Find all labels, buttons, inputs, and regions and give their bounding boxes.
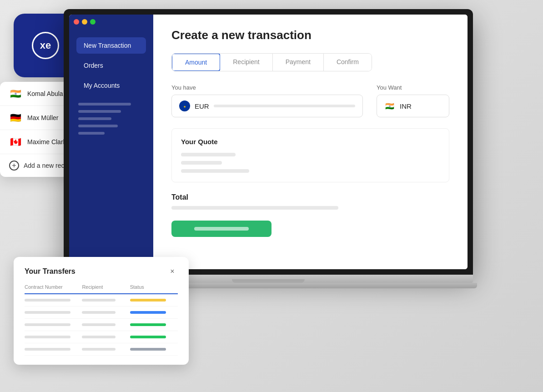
status-badge-5 <box>130 348 166 351</box>
cta-button-line <box>194 227 249 231</box>
sidebar-line-5 <box>78 132 105 135</box>
status-badge-3 <box>130 323 166 326</box>
transfers-title: Your Transfers <box>25 267 75 276</box>
germany-flag-icon: 🇩🇪 <box>9 112 22 123</box>
total-label: Total <box>171 193 449 201</box>
total-row: Total <box>171 193 449 210</box>
from-currency-code: EUR <box>195 102 209 110</box>
td-contract-4 <box>25 336 70 338</box>
sidebar-line-4 <box>78 125 118 127</box>
td-recipient-4 <box>82 336 116 338</box>
main-content: Create a new transaction Amount Recipien… <box>153 15 468 269</box>
sidebar-line-3 <box>78 117 111 120</box>
th-recipient: Recipient <box>82 284 130 290</box>
sidebar: New Transaction Orders My Accounts <box>69 15 153 269</box>
td-contract-5 <box>25 348 70 351</box>
td-contract-2 <box>25 311 70 314</box>
minimize-traffic-light[interactable] <box>82 19 87 25</box>
transfers-header: Your Transfers × <box>25 266 178 277</box>
sidebar-item-my-accounts[interactable]: My Accounts <box>76 77 146 94</box>
transfer-row-5[interactable] <box>25 343 178 356</box>
td-recipient-5 <box>82 348 116 351</box>
india-flag-icon: 🇮🇳 <box>9 88 22 99</box>
inr-flag-icon: 🇮🇳 <box>384 101 395 111</box>
sidebar-line-1 <box>78 103 131 106</box>
tab-recipient[interactable]: Recipient <box>220 54 272 71</box>
sidebar-item-orders[interactable]: Orders <box>76 57 146 74</box>
tab-amount[interactable]: Amount <box>171 53 221 71</box>
quote-line-3 <box>181 169 249 173</box>
transfer-row-4[interactable] <box>25 331 178 343</box>
to-currency-box: You Want 🇮🇳 INR <box>377 84 449 117</box>
laptop-screen: New Transaction Orders My Accounts <box>64 9 473 275</box>
svg-text:★: ★ <box>183 105 186 108</box>
th-status: Status <box>130 284 178 290</box>
xe-logo-circle: xe <box>32 32 59 59</box>
laptop-frame: New Transaction Orders My Accounts <box>64 9 473 291</box>
amount-input-line <box>214 105 355 107</box>
sidebar-nav: New Transaction Orders My Accounts <box>69 37 153 94</box>
td-recipient-1 <box>82 299 116 302</box>
sidebar-decorative-lines <box>69 103 153 135</box>
transfer-row-2[interactable] <box>25 307 178 319</box>
quote-line-2 <box>181 161 222 165</box>
continue-button[interactable] <box>171 221 272 237</box>
td-recipient-3 <box>82 323 116 326</box>
status-badge-1 <box>130 299 166 302</box>
page-title: Create a new transaction <box>171 28 449 42</box>
transfer-row-3[interactable] <box>25 319 178 331</box>
sidebar-item-new-transaction[interactable]: New Transaction <box>76 37 146 54</box>
from-currency-select[interactable]: ★ EUR <box>171 95 363 117</box>
eur-flag-icon: ★ <box>179 101 190 111</box>
xe-logo-text: xe <box>40 40 51 51</box>
add-circle-icon: + <box>9 161 19 171</box>
to-currency-code: INR <box>400 102 412 110</box>
you-have-label: You have <box>171 84 363 91</box>
transfer-row-1[interactable] <box>25 294 178 307</box>
maximize-traffic-light[interactable] <box>90 19 96 25</box>
tab-payment[interactable]: Payment <box>273 54 324 71</box>
td-contract-1 <box>25 299 70 302</box>
tab-confirm[interactable]: Confirm <box>324 54 372 71</box>
you-want-label: You Want <box>377 84 449 91</box>
quote-section: Your Quote <box>171 128 449 182</box>
td-recipient-2 <box>82 311 116 314</box>
traffic-lights <box>74 19 96 25</box>
from-currency-box: You have ★ EUR <box>171 84 363 117</box>
status-badge-4 <box>130 336 166 338</box>
close-traffic-light[interactable] <box>74 19 79 25</box>
tabs-container: Amount Recipient Payment Confirm <box>171 53 372 71</box>
th-contract: Contract Number <box>25 284 82 290</box>
screen-inner: New Transaction Orders My Accounts <box>69 15 468 269</box>
transfers-card: Your Transfers × Contract Number Recipie… <box>14 257 189 365</box>
currency-row: You have ★ EUR <box>171 84 449 117</box>
sidebar-line-2 <box>78 110 121 113</box>
to-currency-select[interactable]: 🇮🇳 INR <box>377 95 449 117</box>
td-contract-3 <box>25 323 70 326</box>
quote-line-1 <box>181 153 236 156</box>
canada-flag-icon: 🇨🇦 <box>9 136 22 147</box>
quote-title: Your Quote <box>181 138 440 146</box>
transfers-table-header: Contract Number Recipient Status <box>25 284 178 294</box>
status-badge-2 <box>130 311 166 314</box>
transfers-close-button[interactable]: × <box>167 266 178 277</box>
total-line <box>171 206 338 210</box>
quote-lines <box>181 153 440 173</box>
